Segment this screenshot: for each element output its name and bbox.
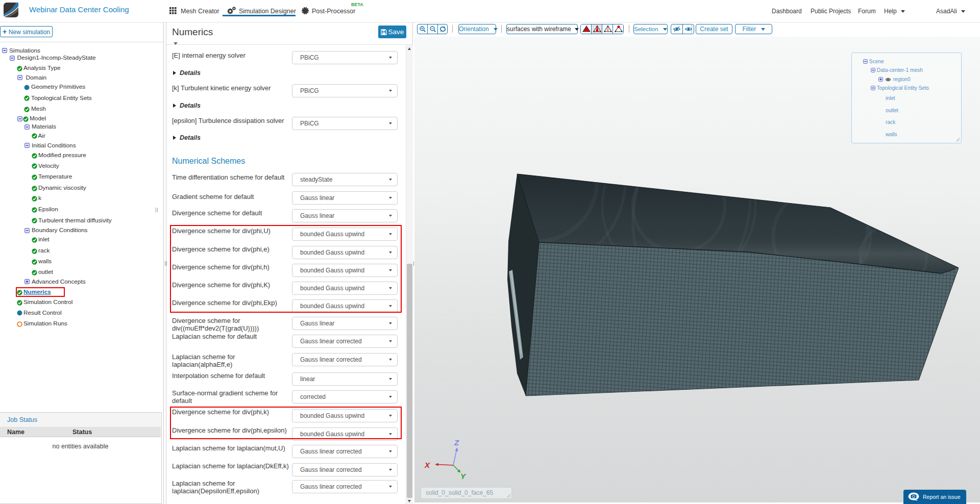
svg-text:Y: Y xyxy=(460,472,467,481)
svg-text:Z: Z xyxy=(454,438,459,447)
svg-text:X: X xyxy=(424,461,430,469)
